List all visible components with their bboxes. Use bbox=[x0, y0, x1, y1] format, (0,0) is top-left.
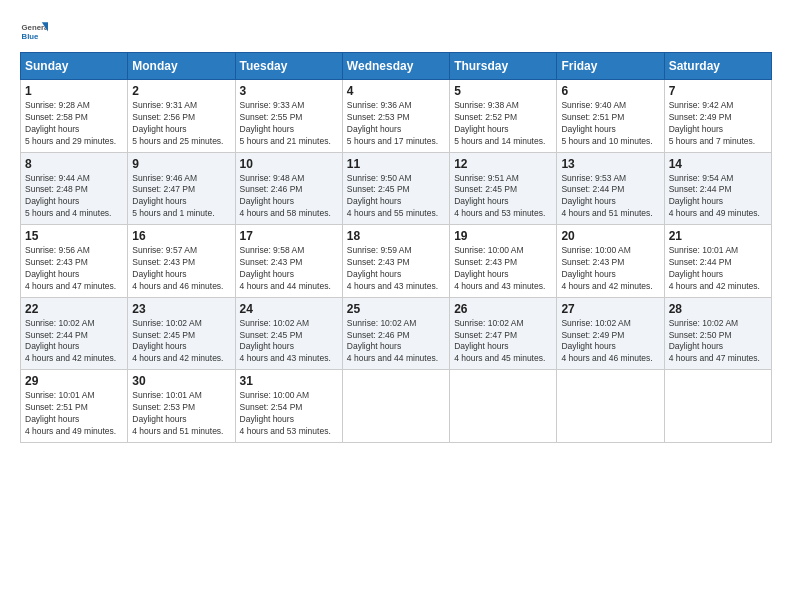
cell-day-number: 29 bbox=[25, 374, 123, 388]
calendar-header-row: SundayMondayTuesdayWednesdayThursdayFrid… bbox=[21, 53, 772, 80]
cell-info: Sunrise: 9:51 AM Sunset: 2:45 PM Dayligh… bbox=[454, 173, 552, 221]
cell-info: Sunrise: 10:01 AM Sunset: 2:53 PM Daylig… bbox=[132, 390, 230, 438]
calendar-cell: 6 Sunrise: 9:40 AM Sunset: 2:51 PM Dayli… bbox=[557, 80, 664, 153]
cell-info: Sunrise: 9:33 AM Sunset: 2:55 PM Dayligh… bbox=[240, 100, 338, 148]
calendar-cell: 16 Sunrise: 9:57 AM Sunset: 2:43 PM Dayl… bbox=[128, 225, 235, 298]
cell-day-number: 2 bbox=[132, 84, 230, 98]
cell-day-number: 30 bbox=[132, 374, 230, 388]
cell-day-number: 21 bbox=[669, 229, 767, 243]
calendar-cell: 3 Sunrise: 9:33 AM Sunset: 2:55 PM Dayli… bbox=[235, 80, 342, 153]
calendar-cell: 10 Sunrise: 9:48 AM Sunset: 2:46 PM Dayl… bbox=[235, 152, 342, 225]
cell-info: Sunrise: 9:46 AM Sunset: 2:47 PM Dayligh… bbox=[132, 173, 230, 221]
calendar-cell: 5 Sunrise: 9:38 AM Sunset: 2:52 PM Dayli… bbox=[450, 80, 557, 153]
cell-info: Sunrise: 9:50 AM Sunset: 2:45 PM Dayligh… bbox=[347, 173, 445, 221]
calendar-cell: 31 Sunrise: 10:00 AM Sunset: 2:54 PM Day… bbox=[235, 370, 342, 443]
calendar-cell: 15 Sunrise: 9:56 AM Sunset: 2:43 PM Dayl… bbox=[21, 225, 128, 298]
cell-info: Sunrise: 9:57 AM Sunset: 2:43 PM Dayligh… bbox=[132, 245, 230, 293]
cell-info: Sunrise: 10:01 AM Sunset: 2:51 PM Daylig… bbox=[25, 390, 123, 438]
cell-day-number: 15 bbox=[25, 229, 123, 243]
cell-day-number: 23 bbox=[132, 302, 230, 316]
calendar-cell: 26 Sunrise: 10:02 AM Sunset: 2:47 PM Day… bbox=[450, 297, 557, 370]
calendar-cell: 23 Sunrise: 10:02 AM Sunset: 2:45 PM Day… bbox=[128, 297, 235, 370]
calendar-cell: 9 Sunrise: 9:46 AM Sunset: 2:47 PM Dayli… bbox=[128, 152, 235, 225]
logo-icon: General Blue bbox=[20, 16, 48, 44]
cell-day-number: 6 bbox=[561, 84, 659, 98]
cell-day-number: 3 bbox=[240, 84, 338, 98]
cell-info: Sunrise: 10:02 AM Sunset: 2:44 PM Daylig… bbox=[25, 318, 123, 366]
calendar-cell: 21 Sunrise: 10:01 AM Sunset: 2:44 PM Day… bbox=[664, 225, 771, 298]
calendar-week-3: 15 Sunrise: 9:56 AM Sunset: 2:43 PM Dayl… bbox=[21, 225, 772, 298]
calendar-cell: 12 Sunrise: 9:51 AM Sunset: 2:45 PM Dayl… bbox=[450, 152, 557, 225]
calendar-cell: 1 Sunrise: 9:28 AM Sunset: 2:58 PM Dayli… bbox=[21, 80, 128, 153]
calendar-cell: 13 Sunrise: 9:53 AM Sunset: 2:44 PM Dayl… bbox=[557, 152, 664, 225]
calendar-cell: 29 Sunrise: 10:01 AM Sunset: 2:51 PM Day… bbox=[21, 370, 128, 443]
cell-day-number: 18 bbox=[347, 229, 445, 243]
cell-day-number: 26 bbox=[454, 302, 552, 316]
cell-day-number: 10 bbox=[240, 157, 338, 171]
cell-day-number: 31 bbox=[240, 374, 338, 388]
cell-day-number: 8 bbox=[25, 157, 123, 171]
calendar-cell bbox=[664, 370, 771, 443]
cell-day-number: 11 bbox=[347, 157, 445, 171]
calendar-cell: 4 Sunrise: 9:36 AM Sunset: 2:53 PM Dayli… bbox=[342, 80, 449, 153]
cell-info: Sunrise: 9:42 AM Sunset: 2:49 PM Dayligh… bbox=[669, 100, 767, 148]
day-header-friday: Friday bbox=[557, 53, 664, 80]
cell-info: Sunrise: 9:38 AM Sunset: 2:52 PM Dayligh… bbox=[454, 100, 552, 148]
cell-info: Sunrise: 10:02 AM Sunset: 2:45 PM Daylig… bbox=[240, 318, 338, 366]
cell-day-number: 27 bbox=[561, 302, 659, 316]
cell-day-number: 1 bbox=[25, 84, 123, 98]
cell-info: Sunrise: 9:31 AM Sunset: 2:56 PM Dayligh… bbox=[132, 100, 230, 148]
cell-day-number: 9 bbox=[132, 157, 230, 171]
calendar-cell: 24 Sunrise: 10:02 AM Sunset: 2:45 PM Day… bbox=[235, 297, 342, 370]
calendar-cell: 18 Sunrise: 9:59 AM Sunset: 2:43 PM Dayl… bbox=[342, 225, 449, 298]
calendar-cell: 11 Sunrise: 9:50 AM Sunset: 2:45 PM Dayl… bbox=[342, 152, 449, 225]
cell-day-number: 16 bbox=[132, 229, 230, 243]
cell-info: Sunrise: 10:02 AM Sunset: 2:46 PM Daylig… bbox=[347, 318, 445, 366]
cell-day-number: 17 bbox=[240, 229, 338, 243]
cell-info: Sunrise: 9:36 AM Sunset: 2:53 PM Dayligh… bbox=[347, 100, 445, 148]
cell-info: Sunrise: 10:00 AM Sunset: 2:54 PM Daylig… bbox=[240, 390, 338, 438]
calendar-cell bbox=[557, 370, 664, 443]
cell-day-number: 4 bbox=[347, 84, 445, 98]
cell-day-number: 20 bbox=[561, 229, 659, 243]
cell-info: Sunrise: 10:02 AM Sunset: 2:50 PM Daylig… bbox=[669, 318, 767, 366]
cell-info: Sunrise: 9:59 AM Sunset: 2:43 PM Dayligh… bbox=[347, 245, 445, 293]
calendar-cell: 25 Sunrise: 10:02 AM Sunset: 2:46 PM Day… bbox=[342, 297, 449, 370]
calendar-table: SundayMondayTuesdayWednesdayThursdayFrid… bbox=[20, 52, 772, 443]
cell-day-number: 22 bbox=[25, 302, 123, 316]
calendar-cell: 7 Sunrise: 9:42 AM Sunset: 2:49 PM Dayli… bbox=[664, 80, 771, 153]
cell-info: Sunrise: 9:28 AM Sunset: 2:58 PM Dayligh… bbox=[25, 100, 123, 148]
cell-info: Sunrise: 9:56 AM Sunset: 2:43 PM Dayligh… bbox=[25, 245, 123, 293]
calendar-week-4: 22 Sunrise: 10:02 AM Sunset: 2:44 PM Day… bbox=[21, 297, 772, 370]
calendar-cell: 17 Sunrise: 9:58 AM Sunset: 2:43 PM Dayl… bbox=[235, 225, 342, 298]
day-header-thursday: Thursday bbox=[450, 53, 557, 80]
cell-day-number: 19 bbox=[454, 229, 552, 243]
calendar-week-2: 8 Sunrise: 9:44 AM Sunset: 2:48 PM Dayli… bbox=[21, 152, 772, 225]
cell-day-number: 7 bbox=[669, 84, 767, 98]
day-header-wednesday: Wednesday bbox=[342, 53, 449, 80]
cell-day-number: 13 bbox=[561, 157, 659, 171]
cell-info: Sunrise: 9:54 AM Sunset: 2:44 PM Dayligh… bbox=[669, 173, 767, 221]
calendar-cell: 8 Sunrise: 9:44 AM Sunset: 2:48 PM Dayli… bbox=[21, 152, 128, 225]
cell-day-number: 24 bbox=[240, 302, 338, 316]
cell-info: Sunrise: 10:00 AM Sunset: 2:43 PM Daylig… bbox=[454, 245, 552, 293]
cell-info: Sunrise: 10:02 AM Sunset: 2:49 PM Daylig… bbox=[561, 318, 659, 366]
calendar-week-1: 1 Sunrise: 9:28 AM Sunset: 2:58 PM Dayli… bbox=[21, 80, 772, 153]
svg-text:Blue: Blue bbox=[22, 32, 40, 41]
cell-day-number: 12 bbox=[454, 157, 552, 171]
calendar-week-5: 29 Sunrise: 10:01 AM Sunset: 2:51 PM Day… bbox=[21, 370, 772, 443]
cell-info: Sunrise: 10:01 AM Sunset: 2:44 PM Daylig… bbox=[669, 245, 767, 293]
cell-info: Sunrise: 9:53 AM Sunset: 2:44 PM Dayligh… bbox=[561, 173, 659, 221]
cell-day-number: 28 bbox=[669, 302, 767, 316]
calendar-page: General Blue SundayMondayTuesdayWednesda… bbox=[0, 0, 792, 612]
day-header-sunday: Sunday bbox=[21, 53, 128, 80]
cell-info: Sunrise: 10:00 AM Sunset: 2:43 PM Daylig… bbox=[561, 245, 659, 293]
header: General Blue bbox=[20, 16, 772, 44]
cell-info: Sunrise: 10:02 AM Sunset: 2:47 PM Daylig… bbox=[454, 318, 552, 366]
logo: General Blue bbox=[20, 16, 48, 44]
cell-info: Sunrise: 10:02 AM Sunset: 2:45 PM Daylig… bbox=[132, 318, 230, 366]
day-header-tuesday: Tuesday bbox=[235, 53, 342, 80]
cell-info: Sunrise: 9:48 AM Sunset: 2:46 PM Dayligh… bbox=[240, 173, 338, 221]
calendar-cell: 30 Sunrise: 10:01 AM Sunset: 2:53 PM Day… bbox=[128, 370, 235, 443]
calendar-cell: 28 Sunrise: 10:02 AM Sunset: 2:50 PM Day… bbox=[664, 297, 771, 370]
